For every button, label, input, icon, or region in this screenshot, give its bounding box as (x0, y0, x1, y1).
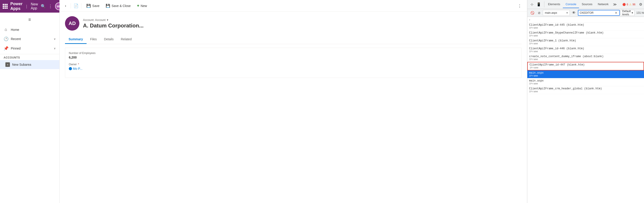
hamburger-button[interactable]: ☰ (0, 15, 59, 25)
frame-name: ClientApiIFrame_id-447 (blank.htm) (530, 63, 642, 66)
context-chevron-icon: ▾ (566, 11, 568, 15)
required-indicator: * (78, 63, 79, 66)
record-toolbar: ‹ 📄 💾 Save 💾 Save & Close + New ⋮ (60, 0, 527, 12)
more-button[interactable]: ⋮ (48, 4, 52, 9)
subarea-icon: ≡ (6, 62, 10, 67)
console-list-item[interactable]: ClientApiIFrame_id-447 (blank.htm)IFrame (527, 62, 644, 70)
frame-name: ClientApiIFrame_1 (blank.htm) (529, 39, 642, 42)
tab-files[interactable]: Files (86, 35, 100, 44)
devtools-icon-group: ⊹ 📱 (527, 1, 544, 8)
console-list-item[interactable]: ClientApiIFrame_id-446 (blank.htm)IFrame (527, 46, 644, 54)
field-employees: Number of Employees 6,200 (69, 52, 518, 59)
save-icon: 💾 (86, 4, 91, 8)
devtools-tabs-bar: ⊹ 📱 Elements Console Sources Network ≫ 🔴… (527, 0, 644, 9)
save-close-button[interactable]: 💾 Save & Close (104, 2, 133, 9)
tab-details[interactable]: Details (100, 35, 117, 44)
frame-type: IFrame (529, 42, 642, 45)
tab-related-label: Related (121, 37, 132, 41)
record-type: Account: Account ▾ (83, 18, 522, 22)
cursor-icon-button[interactable]: ⊹ (529, 1, 535, 8)
tab-console[interactable]: Console (563, 1, 579, 8)
save-button[interactable]: 💾 Save (84, 2, 102, 9)
console-list-item[interactable]: main.aspxIFrame (527, 78, 644, 86)
context-value: main.aspx (545, 11, 557, 15)
waffle-icon[interactable] (3, 4, 8, 9)
tab-sources[interactable]: Sources (579, 1, 595, 8)
field-owner: Owner * Mo P... (69, 63, 518, 70)
record-name: A. Datum Corporation... (83, 23, 522, 29)
sidebar-item-recent[interactable]: 🕐 Recent ∨ (0, 34, 59, 44)
pinned-icon: 📌 (4, 46, 8, 51)
record-avatar: AD (65, 16, 80, 31)
filter-clear-button[interactable]: ✕ (614, 11, 618, 15)
context-selector[interactable]: main.aspx ▾ (543, 10, 570, 16)
sources-label: Sources (582, 3, 592, 6)
frame-name: main.aspx (529, 79, 642, 82)
warn-count: 96 (632, 3, 636, 6)
scroll-indicator: › (527, 17, 644, 23)
frame-type: IFrame (529, 82, 642, 85)
console-list-item[interactable]: ClientApiIFrame_id-445 (blank.htm)IFrame (527, 23, 644, 30)
error-badge: 🔴 6 ⚠ 96 (620, 2, 637, 7)
nav-pinned-label: Pinned (11, 47, 51, 50)
frame-name: main.aspx (529, 71, 642, 75)
error-icon: 🔴 (622, 3, 626, 6)
level-chevron-icon: ▾ (632, 11, 633, 15)
clear-icon-button[interactable]: ⊘ (536, 10, 542, 16)
record-type-chevron[interactable]: ▾ (107, 18, 108, 22)
frame-type: IFrame (529, 58, 642, 61)
tabs-bar: Summary Files Details Related (65, 35, 522, 44)
console-list-item[interactable]: ClientApiIFrame_crm_header_global (blank… (527, 86, 644, 94)
plus-icon: + (137, 3, 140, 8)
new-label: New (141, 4, 147, 8)
recent-icon: 🕐 (4, 37, 8, 41)
devtools-settings-button[interactable]: ⚙ (637, 1, 644, 8)
level-selector[interactable]: Default levels ▾ (620, 10, 634, 16)
record-type-icon: 📄 (74, 3, 78, 8)
back-button[interactable]: ‹ (63, 3, 68, 9)
block-icon-button[interactable]: 🚫 (529, 10, 536, 16)
filter-input[interactable] (580, 11, 614, 15)
toolbar-more-button[interactable]: ⋮ (516, 3, 524, 9)
tab-related[interactable]: Related (117, 35, 135, 44)
eye-icon-button[interactable]: 👁 (571, 10, 577, 16)
frame-name: ClientApiIFrame_id-445 (blank.htm) (529, 24, 642, 27)
phone-icon-button[interactable]: 📱 (535, 1, 542, 8)
left-panel: Power Apps | New App 🔍 ⋮ MP ☰ ⌂ Home 🕐 R… (0, 0, 60, 203)
frame-type: IFrame (529, 35, 642, 37)
tab-elements[interactable]: Elements (545, 1, 563, 8)
frame-name: create_note_content_dummy_iframe (about:… (529, 55, 642, 58)
console-list-item[interactable]: create_note_content_dummy_iframe (about:… (527, 54, 644, 62)
form-section: Number of Employees 6,200 Owner * Mo P..… (65, 48, 522, 78)
tab-summary[interactable]: Summary (65, 35, 86, 44)
new-button[interactable]: + New (135, 2, 149, 10)
console-list-item[interactable]: ClientApiIFrame_1 (blank.htm)IFrame (527, 38, 644, 46)
app-divider: | (26, 4, 27, 9)
app-topbar: Power Apps | New App 🔍 ⋮ MP (0, 0, 59, 13)
subarea-label: New Subarea (12, 63, 31, 66)
accounts-section-header: Accounts (0, 54, 59, 60)
toolbar-divider (70, 3, 71, 9)
devtools-more-button[interactable]: ≫ (611, 1, 618, 8)
employees-value[interactable]: 6,200 (69, 56, 518, 59)
tab-network[interactable]: Network (595, 1, 612, 8)
chevron-down-icon: ∨ (54, 37, 56, 41)
tab-files-label: Files (90, 37, 97, 41)
frame-name: ClientApiIFrame_crm_header_global (blank… (529, 87, 642, 90)
toolbar-divider-2 (81, 3, 82, 9)
search-button[interactable]: 🔍 (41, 4, 46, 9)
filter-input-wrap: ✕ (578, 10, 620, 16)
owner-link[interactable]: Mo P... (69, 67, 518, 70)
console-list-item[interactable]: ClientApiIFrame_SkypeChannelIFrame (blan… (527, 30, 644, 38)
frame-type: IFrame (530, 66, 642, 69)
save-close-label: Save & Close (112, 4, 131, 8)
sidebar-item-new-subarea[interactable]: ≡ New Subarea (0, 60, 59, 69)
sidebar-item-pinned[interactable]: 📌 Pinned ∨ (0, 44, 59, 53)
scroll-arrow-icon[interactable]: › (529, 18, 530, 21)
error-count: 6 (627, 3, 628, 6)
record-header: AD Account: Account ▾ A. Datum Corporati… (65, 16, 522, 31)
home-icon: ⌂ (4, 27, 8, 32)
console-list-item[interactable]: main.aspxIFrame (527, 70, 644, 78)
sidebar-item-home[interactable]: ⌂ Home (0, 25, 59, 34)
frame-type: IFrame (529, 50, 642, 53)
